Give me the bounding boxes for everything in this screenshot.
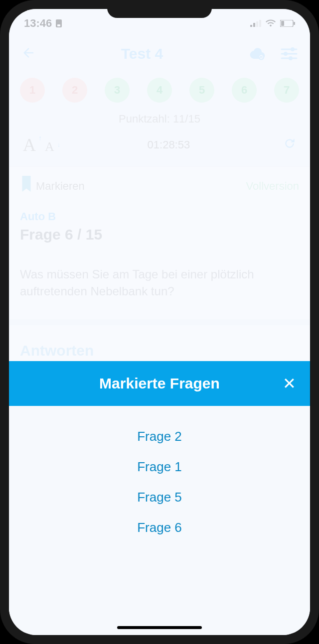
bookmark-toggle[interactable]: Markieren — [20, 176, 85, 196]
modal-item[interactable]: Frage 6 — [137, 520, 182, 535]
back-button[interactable] — [21, 45, 36, 62]
svg-point-11 — [291, 47, 295, 51]
modal-item[interactable]: Frage 2 — [137, 429, 182, 444]
status-time: 13:46 — [24, 17, 52, 30]
answers-heading: Antworten — [9, 319, 310, 362]
svg-rect-4 — [256, 21, 258, 27]
svg-point-15 — [289, 56, 293, 60]
status-left: 13:46 — [24, 17, 63, 30]
svg-point-13 — [284, 52, 288, 56]
marked-questions-modal: Markierte Fragen ✕ Frage 2 Frage 1 Frage… — [9, 361, 310, 635]
modal-title: Markierte Fragen — [99, 375, 220, 392]
modal-item[interactable]: Frage 1 — [137, 459, 182, 475]
question-text: Was müssen Sie am Tage bei einer plötzli… — [20, 266, 299, 299]
page-title: Test 4 — [36, 45, 248, 62]
question-bubbles: 1 2 3 4 5 6 7 — [9, 69, 310, 108]
svg-rect-8 — [294, 22, 295, 25]
modal-item[interactable]: Frage 5 — [137, 490, 182, 505]
question-counter: Frage 6 / 15 — [20, 226, 299, 243]
score-label: Punktzahl: 11/15 — [9, 108, 310, 130]
refresh-icon[interactable] — [283, 137, 296, 153]
mark-row: Markieren Vollversion — [20, 176, 299, 196]
cloud-sync-icon[interactable] — [248, 45, 266, 63]
bubble-2[interactable]: 2 — [62, 78, 87, 103]
wifi-icon — [265, 19, 276, 27]
timer-row: A A 01:28:53 — [9, 130, 310, 159]
bubble-1[interactable]: 1 — [20, 78, 45, 103]
bookmark-label: Markieren — [36, 180, 85, 193]
svg-rect-3 — [253, 23, 255, 27]
bubble-7[interactable]: 7 — [274, 78, 299, 103]
svg-point-9 — [258, 54, 265, 60]
notch — [107, 0, 212, 18]
svg-rect-2 — [250, 25, 252, 27]
bubble-6[interactable]: 6 — [232, 78, 257, 103]
screen: 13:46 Test 4 — [9, 9, 310, 635]
bookmark-icon — [20, 176, 33, 196]
battery-icon — [280, 20, 295, 27]
home-indicator[interactable] — [117, 626, 202, 629]
bubble-5[interactable]: 5 — [189, 78, 214, 103]
bubble-4[interactable]: 4 — [147, 78, 172, 103]
timer: 01:28:53 — [54, 138, 283, 151]
modal-list: Frage 2 Frage 1 Frage 5 Frage 6 — [9, 406, 310, 558]
app-header: Test 4 — [9, 33, 310, 69]
font-decrease[interactable]: A — [45, 139, 54, 154]
device-frame: 13:46 Test 4 — [0, 0, 319, 644]
question-category: Auto B — [20, 210, 299, 223]
font-size-controls: A A — [23, 134, 54, 155]
header-actions — [248, 45, 298, 63]
svg-rect-5 — [259, 20, 261, 27]
question-card: Markieren Vollversion Auto B Frage 6 / 1… — [9, 166, 310, 319]
settings-icon[interactable] — [280, 45, 298, 63]
signal-icon — [250, 20, 261, 27]
svg-rect-7 — [281, 21, 284, 26]
status-right — [250, 19, 295, 27]
modal-header: Markierte Fragen ✕ — [9, 361, 310, 406]
sim-icon — [55, 18, 63, 28]
full-version-link[interactable]: Vollversion — [246, 180, 299, 193]
svg-rect-1 — [57, 24, 60, 26]
font-increase[interactable]: A — [23, 134, 36, 155]
bubble-3[interactable]: 3 — [105, 78, 130, 103]
close-icon[interactable]: ✕ — [283, 374, 296, 393]
